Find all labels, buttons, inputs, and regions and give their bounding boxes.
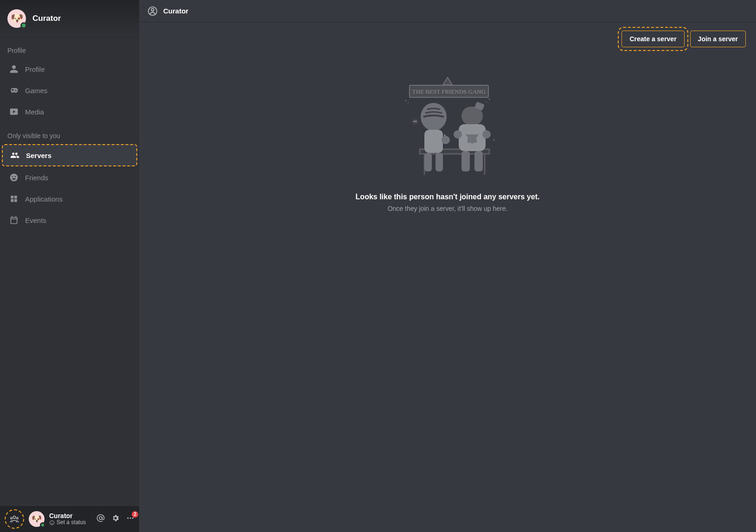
svg-rect-20 <box>424 130 443 153</box>
sidebar-body: Profile Profile Games Media Only visible… <box>0 38 139 506</box>
svg-rect-30 <box>461 151 470 171</box>
calendar-icon <box>9 215 19 225</box>
svg-point-4 <box>99 517 102 519</box>
empty-state: THE BEST FRIENDS GANG <box>139 47 756 532</box>
gamepad-icon <box>9 86 19 95</box>
settings-button[interactable] <box>111 514 120 524</box>
sidebar-username: Curator <box>32 14 61 23</box>
sidebar-item-profile[interactable]: Profile <box>2 59 137 79</box>
gear-icon <box>111 514 120 522</box>
smile-icon <box>9 173 19 182</box>
empty-state-title: Looks like this person hasn't joined any… <box>356 193 540 201</box>
sidebar: 🐶 Curator Profile Profile Games Media On… <box>0 0 139 532</box>
users-icon <box>10 151 19 160</box>
illustration-banner-text: THE BEST FRIENDS GANG <box>412 88 486 95</box>
apps-icon <box>9 194 19 203</box>
more-button[interactable]: 2 <box>126 514 135 524</box>
mentions-button[interactable] <box>96 514 105 524</box>
svg-point-12 <box>408 102 409 103</box>
svg-rect-22 <box>436 153 443 171</box>
sidebar-item-games[interactable]: Games <box>2 80 137 101</box>
sidebar-header: 🐶 Curator <box>0 0 139 38</box>
users-group-icon <box>9 514 19 524</box>
svg-rect-26 <box>413 120 417 122</box>
svg-point-9 <box>151 8 154 11</box>
sidebar-item-applications[interactable]: Applications <box>2 189 137 209</box>
sidebar-item-label: Profile <box>25 65 45 73</box>
join-server-button[interactable]: Join a server <box>690 31 746 47</box>
svg-point-5 <box>127 518 128 519</box>
status-icon <box>49 520 55 526</box>
svg-point-2 <box>17 517 19 519</box>
notification-badge: 2 <box>132 511 138 518</box>
svg-point-15 <box>493 139 495 141</box>
action-row: Create a server Join a server <box>139 22 756 47</box>
bottom-avatar[interactable]: 🐶 <box>29 511 45 527</box>
sidebar-item-events[interactable]: Events <box>2 210 137 230</box>
svg-point-7 <box>132 518 134 519</box>
presence-dot-online <box>40 522 45 528</box>
svg-point-1 <box>11 517 13 519</box>
sidebar-item-label: Servers <box>26 152 51 159</box>
presence-dot-online <box>20 22 27 29</box>
sidebar-item-label: Media <box>25 108 44 116</box>
bottom-status-text: Set a status <box>57 519 86 526</box>
svg-rect-24 <box>444 134 446 139</box>
svg-point-14 <box>486 101 487 102</box>
create-server-button[interactable]: Create a server <box>621 31 684 47</box>
main: Curator Create a server Join a server TH… <box>139 0 756 532</box>
svg-point-33 <box>482 130 491 139</box>
bottom-username: Curator <box>49 512 92 519</box>
section-label-profile: Profile <box>0 38 139 58</box>
main-header: Curator <box>139 0 756 22</box>
bottom-user-block[interactable]: Curator Set a status <box>49 512 92 526</box>
svg-rect-21 <box>424 153 432 171</box>
section-label-private: Only visible to you <box>0 123 139 143</box>
svg-point-11 <box>405 100 407 101</box>
sidebar-item-label: Games <box>25 87 47 95</box>
sidebar-item-label: Events <box>25 216 46 224</box>
page-title: Curator <box>163 7 188 15</box>
avatar-doge-icon: 🐶 <box>32 514 42 524</box>
empty-state-subtitle: Once they join a server, it'll show up h… <box>388 205 508 212</box>
svg-point-6 <box>130 518 131 519</box>
svg-point-13 <box>489 99 490 100</box>
sidebar-item-label: Friends <box>25 174 48 182</box>
at-icon <box>96 514 105 522</box>
sidebar-item-label: Applications <box>25 195 63 203</box>
sidebar-item-media[interactable]: Media <box>2 101 137 122</box>
user-circle-icon <box>147 6 158 16</box>
svg-rect-31 <box>474 151 483 171</box>
bottom-status-prompt: Set a status <box>49 519 92 526</box>
avatar[interactable]: 🐶 <box>7 9 26 28</box>
sidebar-item-friends[interactable]: Friends <box>2 167 137 188</box>
bottom-bar: 🐶 Curator Set a status 2 <box>0 506 139 532</box>
bottom-icon-row: 2 <box>96 514 135 524</box>
empty-servers-illustration: THE BEST FRIENDS GANG <box>387 75 508 182</box>
media-icon <box>9 107 19 116</box>
svg-point-3 <box>50 521 54 525</box>
sidebar-item-servers[interactable]: Servers <box>2 144 137 166</box>
svg-point-32 <box>454 130 462 139</box>
server-switcher-button[interactable] <box>5 509 24 529</box>
svg-point-0 <box>13 516 16 519</box>
user-icon <box>9 64 19 74</box>
